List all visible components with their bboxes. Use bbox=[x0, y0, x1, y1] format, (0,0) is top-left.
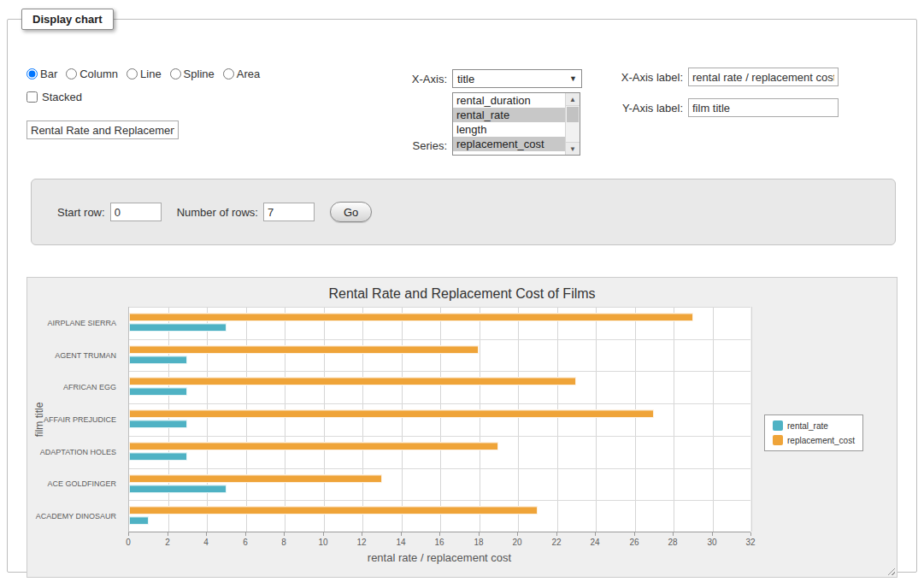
scrollbar-thumb[interactable] bbox=[567, 107, 579, 122]
bar-replacement_cost bbox=[129, 313, 693, 321]
y-axis-label-input[interactable] bbox=[688, 98, 839, 117]
legend-item-replacement_cost[interactable]: replacement_cost bbox=[773, 435, 855, 445]
y-axis-label-label: Y-Axis label: bbox=[615, 102, 688, 115]
bar-replacement_cost bbox=[129, 474, 382, 483]
gridline-horizontal bbox=[129, 468, 750, 469]
chart-type-option-area[interactable]: Area bbox=[223, 68, 260, 80]
scroll-up-icon[interactable]: ▲ bbox=[566, 93, 580, 106]
gridline-horizontal bbox=[129, 403, 750, 404]
chart-type-option-line[interactable]: Line bbox=[127, 68, 162, 80]
x-tick-mark bbox=[595, 532, 596, 536]
chart-type-radio-area[interactable] bbox=[223, 68, 234, 79]
category-label: AFRICAN EGG bbox=[27, 383, 123, 391]
gridline-vertical bbox=[324, 307, 325, 532]
series-option-replacement_cost[interactable]: replacement_cost bbox=[453, 137, 565, 151]
x-tick-mark bbox=[128, 532, 129, 536]
gridline-horizontal bbox=[129, 371, 750, 372]
bar-rental_rate bbox=[129, 323, 227, 332]
series-listbox-scrollbar[interactable]: ▲ ▼ bbox=[565, 93, 580, 155]
x-tick-mark bbox=[517, 532, 518, 536]
stacked-checkbox[interactable] bbox=[26, 91, 38, 103]
bar-rental_rate bbox=[129, 516, 149, 525]
x-tick-label: 28 bbox=[668, 538, 677, 547]
num-rows-input[interactable] bbox=[263, 203, 315, 221]
series-option-length[interactable]: length bbox=[453, 122, 565, 137]
x-tick-label: 14 bbox=[396, 538, 405, 547]
chart-title: Rental Rate and Replacement Cost of Film… bbox=[27, 286, 897, 302]
series-option-rental_duration[interactable]: rental_duration bbox=[453, 93, 565, 108]
x-tick-label: 16 bbox=[434, 538, 444, 547]
x-tick-mark bbox=[634, 532, 635, 536]
category-label: AIRPLANE SIERRA bbox=[27, 319, 123, 327]
x-tick-label: 18 bbox=[474, 538, 483, 547]
gridline-vertical bbox=[557, 307, 558, 532]
gridline-vertical bbox=[635, 307, 636, 532]
chevron-down-icon: ▼ bbox=[569, 74, 577, 83]
chart-type-radio-column[interactable] bbox=[66, 68, 77, 79]
panel-title: Display chart bbox=[21, 9, 114, 30]
bar-rental_rate bbox=[129, 485, 227, 493]
chart-type-radio-line[interactable] bbox=[127, 68, 138, 79]
chart-type-option-spline[interactable]: Spline bbox=[170, 68, 215, 80]
gridline-vertical bbox=[674, 307, 674, 532]
axis-series-controls: X-Axis: title ▼ Series: rental_durationr… bbox=[374, 69, 582, 156]
stacked-checkbox-row[interactable]: Stacked bbox=[26, 91, 283, 103]
gridline-vertical bbox=[207, 307, 208, 532]
x-tick-label: 20 bbox=[512, 538, 521, 547]
x-axis-label-row: X-Axis label: bbox=[615, 68, 839, 86]
resize-handle-icon[interactable] bbox=[886, 566, 895, 575]
chart-type-controls: BarColumnLineSplineArea Stacked bbox=[26, 68, 283, 139]
bar-rental_rate bbox=[129, 387, 187, 396]
chart-legend: rental_ratereplacement_cost bbox=[764, 414, 863, 451]
x-tick-label: 12 bbox=[356, 538, 366, 547]
gridline-vertical bbox=[751, 307, 752, 532]
bar-rental_rate bbox=[129, 452, 187, 461]
gridline-vertical bbox=[246, 307, 247, 532]
bar-replacement_cost bbox=[129, 506, 538, 514]
series-option-rental_rate[interactable]: rental_rate bbox=[453, 108, 565, 122]
x-tick-mark bbox=[556, 532, 557, 536]
legend-label: replacement_cost bbox=[787, 436, 855, 445]
bar-rental_rate bbox=[129, 420, 187, 428]
series-listbox[interactable]: rental_durationrental_ratelengthreplacem… bbox=[452, 92, 580, 156]
category-label: AGENT TRUMAN bbox=[27, 351, 123, 360]
series-select-label: Series: bbox=[374, 139, 452, 156]
x-axis-selected-value: title bbox=[457, 73, 474, 85]
x-axis-select[interactable]: title ▼ bbox=[452, 69, 582, 88]
chart-type-option-column[interactable]: Column bbox=[66, 68, 118, 80]
go-button[interactable]: Go bbox=[330, 202, 372, 222]
start-row-label: Start row: bbox=[57, 206, 105, 219]
x-tick-mark bbox=[479, 532, 480, 536]
chart-type-option-bar[interactable]: Bar bbox=[26, 68, 57, 80]
chart-type-radio-bar[interactable] bbox=[26, 68, 38, 79]
x-tick-label: 30 bbox=[707, 538, 716, 547]
x-axis-label-input[interactable] bbox=[688, 68, 839, 86]
x-axis-select-label: X-Axis: bbox=[374, 73, 452, 85]
gridline-vertical bbox=[440, 307, 441, 532]
x-tick-label: 26 bbox=[629, 538, 639, 547]
x-tick-mark bbox=[245, 532, 246, 536]
chart-type-option-label: Column bbox=[79, 68, 118, 80]
gridline-vertical bbox=[362, 307, 363, 532]
chart-type-radio-spline[interactable] bbox=[170, 68, 181, 79]
chart-type-option-label: Line bbox=[140, 68, 162, 80]
chart-type-radios: BarColumnLineSplineArea bbox=[26, 68, 283, 80]
gridline-vertical bbox=[518, 307, 519, 532]
x-tick-label: 24 bbox=[590, 538, 599, 547]
gridline-vertical bbox=[480, 307, 480, 532]
legend-item-rental_rate[interactable]: rental_rate bbox=[773, 420, 855, 431]
chart-container: Rental Rate and Replacement Cost of Film… bbox=[26, 277, 898, 578]
category-label: ADAPTATION HOLES bbox=[27, 448, 123, 456]
x-tick-label: 4 bbox=[203, 538, 209, 547]
num-rows-label: Number of rows: bbox=[177, 206, 258, 219]
gridline-vertical bbox=[596, 307, 597, 532]
bar-replacement_cost bbox=[129, 409, 654, 418]
series-select-row: Series: rental_durationrental_ratelength… bbox=[374, 92, 582, 156]
plot-area bbox=[128, 307, 750, 532]
x-tick-mark bbox=[401, 532, 402, 536]
scroll-down-icon[interactable]: ▼ bbox=[566, 142, 580, 155]
start-row-input[interactable] bbox=[110, 203, 162, 221]
bar-rental_rate bbox=[129, 356, 187, 364]
axis-label-controls: X-Axis label: Y-Axis label: bbox=[615, 68, 839, 129]
chart-title-input[interactable] bbox=[26, 121, 179, 139]
